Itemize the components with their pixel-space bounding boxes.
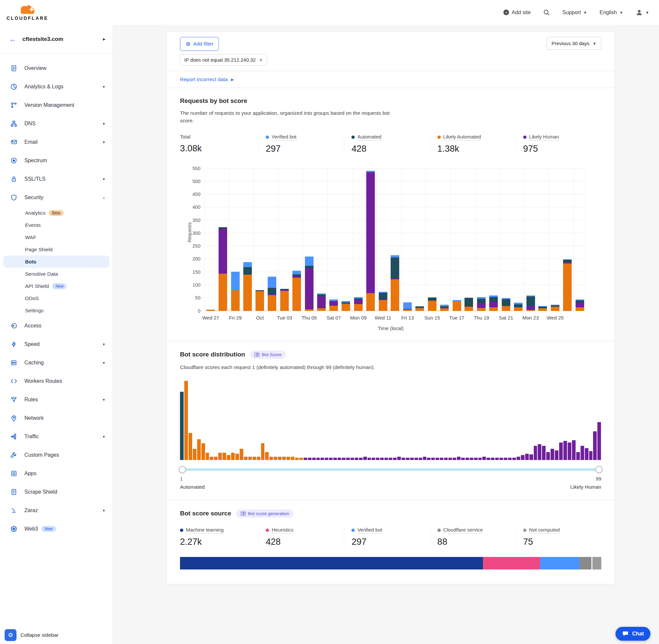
- histogram-bar[interactable]: [244, 457, 248, 460]
- histogram-bar[interactable]: [415, 458, 418, 460]
- stacked-bar[interactable]: [465, 298, 473, 310]
- histogram-bar[interactable]: [265, 452, 269, 460]
- sidebar-item-rules[interactable]: Rules▼: [0, 390, 113, 409]
- histogram-bar[interactable]: [312, 458, 316, 460]
- histogram-bar[interactable]: [410, 458, 414, 460]
- close-icon[interactable]: ✕: [259, 58, 263, 63]
- stat-label[interactable]: Verified bot: [351, 527, 382, 533]
- histogram-bar[interactable]: [555, 451, 559, 460]
- chevron-down-icon[interactable]: ▼: [102, 343, 105, 346]
- sidebar-item-access[interactable]: Access: [0, 317, 113, 335]
- histogram-bar[interactable]: [448, 458, 452, 460]
- sidebar-item-web3[interactable]: Web3New: [0, 520, 113, 538]
- histogram-bar[interactable]: [529, 454, 533, 460]
- sidebar-item-workers-routes[interactable]: Workers Routes: [0, 372, 113, 390]
- histogram-bar[interactable]: [534, 446, 537, 460]
- sidebar-item-scrape-shield[interactable]: Scrape Shield: [0, 483, 113, 501]
- add-site-button[interactable]: + Add site: [503, 9, 531, 16]
- histogram-bar[interactable]: [346, 458, 350, 460]
- histogram-bar[interactable]: [406, 458, 409, 460]
- sidebar-item-api-shield[interactable]: API ShieldNew: [0, 280, 113, 292]
- histogram-bar[interactable]: [512, 458, 516, 460]
- stacked-bar[interactable]: [342, 301, 350, 311]
- stat-label[interactable]: Machine learning: [180, 527, 223, 533]
- histogram-bar[interactable]: [184, 381, 188, 460]
- histogram-bar[interactable]: [550, 449, 554, 460]
- report-incorrect-data-link[interactable]: Report incorrect data ▶: [180, 76, 234, 83]
- stacked-bar[interactable]: [453, 300, 461, 311]
- histogram-bar[interactable]: [542, 446, 546, 460]
- histogram-bar[interactable]: [274, 457, 277, 460]
- histogram-bar[interactable]: [261, 443, 265, 460]
- cloudflare-logo[interactable]: CLOUDFLARE: [6, 4, 49, 21]
- stacked-bar[interactable]: [489, 296, 498, 310]
- sidebar-item-sensitive-data[interactable]: Sensitive Data: [0, 268, 113, 280]
- histogram-bar[interactable]: [440, 458, 443, 460]
- stacked-bar[interactable]: [268, 277, 276, 311]
- stacked-bar[interactable]: [551, 305, 560, 311]
- histogram-bar[interactable]: [193, 449, 196, 460]
- histogram-bar[interactable]: [295, 458, 299, 460]
- sidebar-item-network[interactable]: Network: [0, 409, 113, 427]
- histogram-bar[interactable]: [508, 458, 512, 460]
- search-button[interactable]: [543, 9, 550, 16]
- histogram-bar[interactable]: [299, 458, 303, 460]
- histogram-bar[interactable]: [402, 458, 405, 460]
- histogram-bar[interactable]: [546, 452, 550, 460]
- histogram-bar[interactable]: [222, 453, 226, 460]
- stat-label[interactable]: Cloudflare service: [438, 527, 483, 533]
- sidebar-item-events[interactable]: Events: [0, 219, 113, 231]
- stat-label[interactable]: Automated: [351, 134, 381, 140]
- sidebar-item-zaraz[interactable]: Zaraz▼: [0, 501, 113, 520]
- stat-label[interactable]: Likely Automated: [438, 134, 481, 140]
- histogram-bar[interactable]: [453, 458, 456, 460]
- gear-icon[interactable]: ⚙: [5, 629, 17, 641]
- stacked-bar[interactable]: [575, 299, 584, 311]
- histogram-bar[interactable]: [316, 458, 320, 460]
- histogram-bar[interactable]: [342, 458, 346, 460]
- stacked-bar[interactable]: [379, 292, 387, 310]
- histogram-bar[interactable]: [248, 457, 252, 460]
- stacked-bar[interactable]: [243, 262, 252, 311]
- sidebar-item-analytics-logs[interactable]: Analytics & Logs▼: [0, 77, 113, 96]
- histogram-bar[interactable]: [431, 458, 435, 460]
- sidebar-item-apps[interactable]: Apps: [0, 464, 113, 483]
- chevron-right-icon[interactable]: ▶: [103, 37, 105, 41]
- histogram-bar[interactable]: [482, 457, 486, 460]
- histogram-bar[interactable]: [202, 443, 205, 460]
- sidebar-item-speed[interactable]: Speed▼: [0, 335, 113, 353]
- sidebar-item-traffic[interactable]: Traffic▼: [0, 427, 113, 446]
- slider-track[interactable]: [180, 468, 601, 471]
- histogram-bar[interactable]: [423, 457, 427, 460]
- histogram-bar[interactable]: [257, 457, 260, 460]
- stacked-bar[interactable]: [218, 227, 227, 311]
- histogram-bar[interactable]: [329, 458, 333, 460]
- histogram-bar[interactable]: [593, 431, 597, 460]
- histogram-bar[interactable]: [419, 458, 422, 460]
- sidebar-item-page-shield[interactable]: Page Shield: [0, 243, 113, 256]
- histogram-bar[interactable]: [359, 458, 362, 460]
- histogram-bar[interactable]: [210, 457, 213, 460]
- stat-label[interactable]: Verified bot: [266, 134, 297, 140]
- histogram-bar[interactable]: [466, 458, 469, 460]
- stacked-bar[interactable]: [292, 271, 301, 311]
- histogram-bar[interactable]: [397, 457, 401, 460]
- histogram-bar[interactable]: [333, 458, 337, 460]
- histogram-bar[interactable]: [350, 458, 354, 460]
- stat-label[interactable]: Not computed: [523, 527, 560, 533]
- histogram-bar[interactable]: [491, 458, 494, 460]
- stacked-bar[interactable]: [231, 272, 240, 311]
- filter-chip[interactable]: IP does not equal 35.212.240.32 ✕: [180, 54, 267, 66]
- histogram-bar[interactable]: [389, 458, 392, 460]
- histogram-bar[interactable]: [474, 458, 478, 460]
- sidebar-item-security[interactable]: Security▲: [0, 188, 113, 207]
- histogram-bar[interactable]: [563, 441, 567, 460]
- sidebar-item-custom-pages[interactable]: Custom Pages: [0, 446, 113, 464]
- chevron-down-icon[interactable]: ▼: [102, 85, 105, 89]
- stacked-bar[interactable]: [502, 298, 510, 310]
- histogram-bar[interactable]: [576, 452, 580, 460]
- histogram-bar[interactable]: [308, 458, 311, 460]
- histogram-bar[interactable]: [206, 453, 209, 460]
- sidebar-item-settings[interactable]: Settings: [0, 304, 113, 317]
- histogram-bar[interactable]: [291, 457, 295, 460]
